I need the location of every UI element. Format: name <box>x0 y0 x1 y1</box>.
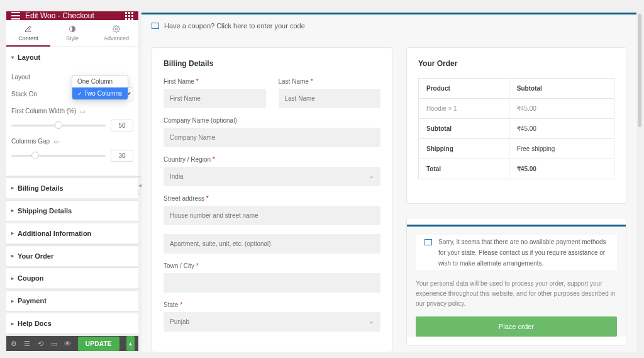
company-label: Company Name (optional) <box>164 117 380 124</box>
town-field[interactable] <box>164 273 380 293</box>
column-width-slider[interactable] <box>11 125 106 126</box>
contrast-icon <box>69 25 76 33</box>
pencil-icon <box>25 25 32 33</box>
section-header-additional[interactable]: Additional Information <box>6 223 138 243</box>
first-name-field[interactable] <box>164 89 266 108</box>
layout-control: Layout One Column Two Columns <box>11 74 133 81</box>
responsive-icon[interactable]: ▭ <box>51 340 58 348</box>
town-label: Town / City * <box>164 262 380 269</box>
section-header-coupon[interactable]: Coupon <box>6 268 138 288</box>
columns-gap-slider[interactable] <box>11 155 106 157</box>
menu-icon[interactable] <box>11 12 20 20</box>
section-layout: Layout Layout One Column Two Columns Sta… <box>6 47 138 176</box>
update-button[interactable]: UPDATE <box>78 337 119 351</box>
section-header-billing[interactable]: Billing Details <box>6 178 138 198</box>
place-order-button[interactable]: Place order <box>416 316 617 337</box>
first-name-label: First Name * <box>164 78 266 85</box>
tab-style[interactable]: Style <box>50 20 94 47</box>
editor-sidebar: Edit Woo - Checkout Content Style Advanc… <box>6 11 138 351</box>
country-label: Country / Region * <box>164 156 380 163</box>
info-icon <box>425 239 432 245</box>
page-title: Edit Woo - Checkout <box>25 11 94 20</box>
street1-field[interactable] <box>164 206 380 225</box>
history-icon[interactable]: ⟲ <box>37 340 45 348</box>
street2-field[interactable] <box>164 234 380 254</box>
section-header-order[interactable]: Your Order <box>6 246 138 266</box>
state-label: State * <box>164 301 380 308</box>
table-row: Hoodie × 1₹45.00 <box>419 99 614 119</box>
privacy-text: Your personal data will be used to proce… <box>407 279 626 316</box>
preview-canvas: Have a coupon? Click here to enter your … <box>142 13 636 352</box>
widgets-icon[interactable] <box>125 12 133 20</box>
layout-option-one[interactable]: One Column <box>72 76 128 87</box>
column-width-control: First Column Width (%)▭ <box>11 108 133 131</box>
last-name-field[interactable] <box>279 89 381 108</box>
scrollbar[interactable] <box>638 14 641 127</box>
sidebar-header: Edit Woo - Checkout <box>6 11 138 20</box>
payment-notice: Sorry, it seems that there are no availa… <box>416 235 617 270</box>
tab-advanced[interactable]: Advanced <box>94 20 138 47</box>
section-header-payment[interactable]: Payment <box>6 291 138 311</box>
payment-panel: Sorry, it seems that there are no availa… <box>406 218 626 346</box>
section-header-help[interactable]: Help Docs <box>6 313 138 333</box>
order-panel: Your Order ProductSubtotal Hoodie × 1₹45… <box>406 47 626 204</box>
svg-point-1 <box>116 28 118 30</box>
order-table: ProductSubtotal Hoodie × 1₹45.00 Subtota… <box>418 78 614 179</box>
coupon-toggle[interactable]: Have a coupon? Click here to enter your … <box>142 14 636 37</box>
sidebar-footer: ⚙ ☰ ⟲ ▭ 👁 UPDATE ▲ <box>6 336 138 351</box>
billing-title: Billing Details <box>164 59 380 68</box>
country-select[interactable]: India <box>164 167 380 186</box>
editor-tabs: Content Style Advanced <box>6 20 138 47</box>
state-select[interactable]: Punjab <box>164 312 380 332</box>
desktop-icon[interactable]: ▭ <box>80 108 86 115</box>
columns-gap-input[interactable] <box>111 150 133 162</box>
tab-content[interactable]: Content <box>6 20 50 47</box>
billing-panel: Billing Details First Name * Last Name *… <box>152 47 392 352</box>
street-label: Street address * <box>164 195 380 202</box>
gear-icon <box>113 25 120 33</box>
order-title: Your Order <box>418 59 614 68</box>
desktop-icon[interactable]: ▭ <box>53 138 59 145</box>
column-width-input[interactable] <box>111 120 133 131</box>
last-name-label: Last Name * <box>279 78 381 85</box>
settings-icon[interactable]: ⚙ <box>10 340 18 348</box>
layout-dropdown[interactable]: One Column Two Columns <box>72 75 128 100</box>
coupon-icon <box>152 23 159 29</box>
update-options-button[interactable]: ▲ <box>126 336 135 351</box>
layout-option-two[interactable]: Two Columns <box>72 87 128 99</box>
section-header-layout[interactable]: Layout <box>6 47 138 67</box>
company-field[interactable] <box>164 128 380 147</box>
columns-gap-control: Columns Gap▭ <box>11 138 133 162</box>
preview-icon[interactable]: 👁 <box>64 340 72 347</box>
navigator-icon[interactable]: ☰ <box>24 340 31 348</box>
section-header-shipping[interactable]: Shipping Details <box>6 201 138 221</box>
